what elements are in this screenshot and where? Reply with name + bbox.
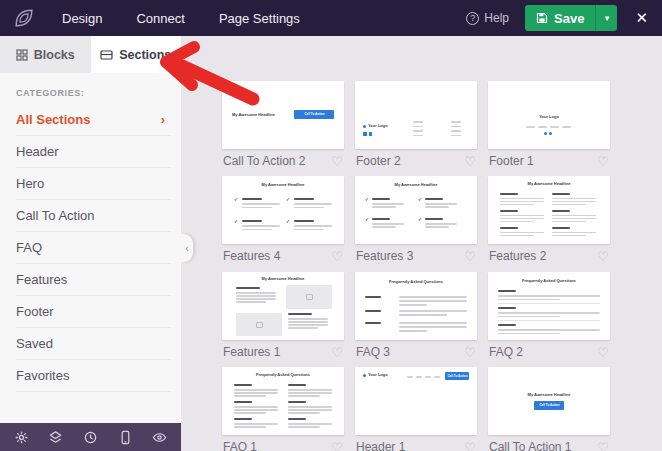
category-label: Header [16,144,59,159]
thumb-social-icon [549,132,552,135]
favorite-heart-icon[interactable]: ♡ [597,250,609,263]
sections-icon [100,49,113,61]
thumb-social-icon [544,132,547,135]
thumb-cta-button: Call To Action [294,110,334,119]
template-card-features-4[interactable]: My Awesome Headline ✓ ✓ ✓ ✓ Features 4 ♡ [222,176,344,263]
thumb-headline: My Awesome Headline [253,182,314,187]
thumb-faq-title: Frequently Asked Questions [519,278,580,283]
thumb-logo-text: Your Logo [368,372,388,377]
save-button-group: Save ▾ [525,5,617,31]
thumb-image-placeholder [286,285,332,309]
save-label: Save [554,11,584,26]
category-label: Saved [16,336,53,351]
sidebar-item-header[interactable]: Header [16,136,171,168]
thumb-headline: My Awesome Headline [232,112,275,117]
favorite-heart-icon[interactable]: ♡ [464,155,476,168]
save-button[interactable]: Save [525,5,595,31]
thumb-logo-text: Your Logo [519,114,580,119]
sidebar-item-call-to-action[interactable]: Call To Action [16,200,171,232]
template-card-footer-2[interactable]: Your Logo Footer 2 ♡ [355,81,477,168]
revision-history-icon[interactable] [82,429,98,445]
chevron-right-icon: › [161,112,165,127]
template-title: Footer 2 [356,154,401,168]
tab-blocks-label: Blocks [34,48,75,62]
settings-gear-icon[interactable] [13,429,29,445]
seedprod-logo-icon [12,6,36,30]
close-button[interactable]: ✕ [633,9,650,27]
sidebar-item-features[interactable]: Features [16,264,171,296]
section-template-grid: My Awesome Headline Call To Action Call … [181,36,662,451]
template-card-features-3[interactable]: My Awesome Headline ✓ ✓ ✓ ✓ Features 3 ♡ [355,176,477,263]
sidebar-item-footer[interactable]: Footer [16,296,171,328]
favorite-heart-icon[interactable]: ♡ [331,346,343,359]
template-title: Footer 1 [489,154,534,168]
template-card-call-to-action-2[interactable]: My Awesome Headline Call To Action Call … [222,81,344,168]
sidebar-item-saved[interactable]: Saved [16,328,171,360]
thumb-cta-button: Call To Action [445,372,469,380]
save-dropdown-button[interactable]: ▾ [595,5,617,31]
template-card-footer-1[interactable]: Your Logo Footer 1 ♡ [488,81,610,168]
template-card-faq-3[interactable]: Frequently Asked Questions FAQ 3 ♡ [355,272,477,359]
category-label: Hero [16,176,44,191]
thumb-headline: My Awesome Headline [519,392,580,397]
template-card-faq-1[interactable]: Frequently Asked Questions FAQ [222,367,344,451]
help-label: Help [484,11,509,25]
template-thumbnail: My Awesome Headline [222,272,344,340]
tab-sections-label: Sections [119,48,171,62]
template-thumbnail: My Awesome Headline ✓ ✓ ✓ ✓ [222,176,344,244]
thumb-headline: My Awesome Headline [519,181,580,186]
tab-sections[interactable]: Sections [91,36,182,73]
left-sidebar: Blocks Sections CATEGORIES: All Sections… [0,36,181,423]
template-card-features-2[interactable]: My Awesome Headline Features 2 [488,176,610,263]
category-label: FAQ [16,240,42,255]
help-button[interactable]: ? Help [466,11,509,25]
thumb-logo-mark [363,374,366,377]
thumb-image-placeholder [236,313,282,336]
thumb-social-icon [363,132,367,136]
template-title: FAQ 2 [489,345,523,359]
nav-connect[interactable]: Connect [136,11,184,26]
nav-design[interactable]: Design [62,11,102,26]
category-label: Favorites [16,368,69,383]
tab-blocks[interactable]: Blocks [0,36,91,73]
favorite-heart-icon[interactable]: ♡ [331,441,343,451]
template-card-call-to-action-1[interactable]: My Awesome Headline Call To Action Call … [488,367,610,451]
nav-page-settings[interactable]: Page Settings [219,11,300,26]
category-list: All Sections › Header Hero Call To Actio… [0,104,181,392]
categories-heading: CATEGORIES: [0,73,181,104]
favorite-heart-icon[interactable]: ♡ [597,155,609,168]
favorite-heart-icon[interactable]: ♡ [464,441,476,451]
layers-icon[interactable] [48,429,64,445]
template-thumbnail: Frequently Asked Questions [222,367,344,435]
sidebar-item-faq[interactable]: FAQ [16,232,171,264]
bottom-toolbar [0,423,181,451]
template-thumbnail: My Awesome Headline Call To Action [488,367,610,435]
question-icon: ? [466,12,479,25]
mobile-preview-icon[interactable] [117,429,133,445]
preview-eye-icon[interactable] [152,429,168,445]
favorite-heart-icon[interactable]: ♡ [597,441,609,451]
template-card-faq-2[interactable]: Frequently Asked Questions FAQ 2 ♡ [488,272,610,359]
sidebar-item-all-sections[interactable]: All Sections › [16,104,171,136]
thumb-cta-button: Call To Action [534,401,564,410]
sidebar-item-favorites[interactable]: Favorites [16,360,171,392]
template-thumbnail: Frequently Asked Questions [488,272,610,340]
template-title: FAQ 1 [223,440,257,451]
favorite-heart-icon[interactable]: ♡ [331,155,343,168]
favorite-heart-icon[interactable]: ♡ [464,250,476,263]
save-icon [536,12,548,24]
template-card-features-1[interactable]: My Awesome Headline Features 1 ♡ [222,272,344,359]
template-thumbnail: Frequently Asked Questions [355,272,477,340]
sidebar-collapse-handle[interactable]: ‹ [181,234,193,262]
chevron-left-icon: ‹ [185,242,189,254]
template-thumbnail: My Awesome Headline [488,176,610,244]
template-card-header-1[interactable]: Your Logo Call To Action Header 1 ♡ [355,367,477,451]
favorite-heart-icon[interactable]: ♡ [464,346,476,359]
favorite-heart-icon[interactable]: ♡ [331,250,343,263]
template-title: Call To Action 2 [223,154,306,168]
top-nav: Design Connect Page Settings [62,11,300,26]
favorite-heart-icon[interactable]: ♡ [597,346,609,359]
sidebar-item-hero[interactable]: Hero [16,168,171,200]
thumb-faq-title: Frequently Asked Questions [253,372,314,377]
template-thumbnail: Your Logo [488,81,610,149]
